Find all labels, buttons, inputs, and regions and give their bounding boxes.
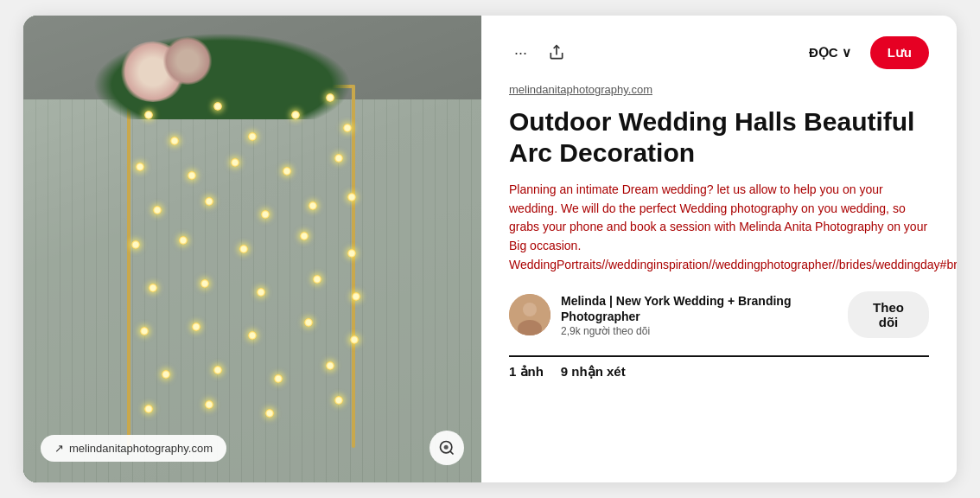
- lens-button[interactable]: [430, 431, 464, 465]
- toolbar-left: ···: [509, 39, 570, 67]
- svg-point-5: [523, 303, 537, 316]
- photos-count: 1 ảnh: [509, 364, 544, 380]
- more-button[interactable]: ···: [509, 39, 532, 67]
- arrow-icon: ↗: [54, 442, 64, 455]
- website-badge[interactable]: ↗ melindanitaphotography.com: [41, 435, 226, 462]
- svg-line-1: [450, 451, 454, 455]
- chevron-down-icon: ∨: [842, 45, 851, 61]
- pin-title: Outdoor Wedding Halls Beautiful Arc Deco…: [509, 106, 929, 169]
- comments-count: 9 nhận xét: [561, 364, 626, 380]
- follow-button[interactable]: Theo dõi: [848, 291, 929, 338]
- string-lights: [127, 85, 355, 448]
- pin-image: [23, 16, 481, 482]
- detail-panel: ··· ĐỌC ∨ Lưu melindanitaphoto: [481, 16, 957, 482]
- author-info: Melinda | New York Wedding + Branding Ph…: [509, 293, 848, 336]
- share-button[interactable]: [543, 39, 570, 67]
- author-row: Melinda | New York Wedding + Branding Ph…: [509, 291, 929, 338]
- author-followers: 2,9k người theo dõi: [561, 325, 848, 337]
- pin-description: Planning an intimate Dream wedding? let …: [509, 181, 929, 274]
- avatar[interactable]: [509, 294, 550, 335]
- author-name: Melinda | New York Wedding + Branding Ph…: [561, 293, 848, 324]
- stats-row: 1 ảnh 9 nhận xét: [509, 355, 929, 380]
- website-badge-text: melindanitaphotography.com: [69, 442, 213, 455]
- toolbar-right: ĐỌC ∨ Lưu: [799, 36, 929, 69]
- image-bottom-overlay: ↗ melindanitaphotography.com: [41, 431, 464, 465]
- toolbar: ··· ĐỌC ∨ Lưu: [509, 36, 929, 69]
- pin-card: ↗ melindanitaphotography.com ···: [23, 16, 957, 482]
- author-text: Melinda | New York Wedding + Branding Ph…: [561, 293, 848, 336]
- image-panel: ↗ melindanitaphotography.com: [23, 16, 481, 482]
- doc-button[interactable]: ĐỌC ∨: [799, 38, 862, 67]
- website-link[interactable]: melindanitaphotography.com: [509, 83, 929, 96]
- avatar-image: [509, 294, 550, 335]
- svg-point-2: [444, 445, 449, 450]
- save-button[interactable]: Lưu: [870, 36, 929, 69]
